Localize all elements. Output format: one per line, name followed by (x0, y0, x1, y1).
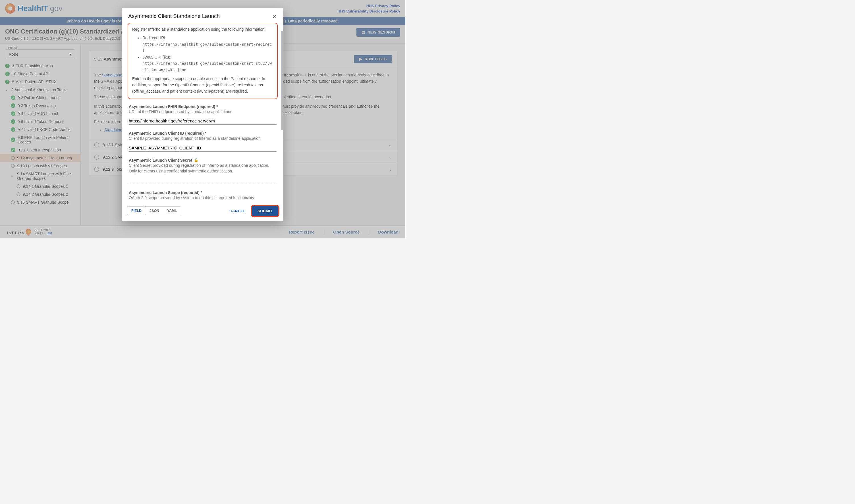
tab-field[interactable]: FIELD (127, 206, 146, 215)
secret-input[interactable] (129, 176, 277, 184)
scope-label: Asymmetric Launch Scope (required) * (129, 190, 277, 195)
redirect-label: Redirect URI: (142, 36, 166, 40)
scrollbar[interactable] (281, 31, 283, 130)
lock-icon: 🔒 (194, 158, 198, 162)
secret-help: Client Secret provided during registrati… (129, 163, 277, 174)
jwks-label: JWKS URI (jku): (142, 55, 172, 59)
modal-title: Asymmetric Client Standalone Launch (128, 13, 220, 19)
modal-overlay: Asymmetric Client Standalone Launch ✕ Re… (0, 0, 405, 238)
info-box: Register Inferno as a standalone applica… (128, 23, 278, 99)
endpoint-label: Asymmetric Launch FHIR Endpoint (require… (129, 104, 277, 109)
jwks-uri: https://inferno.healthit.gov/suites/cust… (142, 61, 272, 72)
tab-json[interactable]: JSON (145, 206, 163, 215)
format-tabs: FIELD JSON YAML (127, 206, 181, 215)
clientid-help: Client ID provided during registration o… (129, 136, 277, 142)
cancel-button[interactable]: CANCEL (226, 206, 250, 216)
redirect-uri: https://inferno.healthit.gov/suites/cust… (142, 42, 272, 53)
endpoint-help: URL of the FHIR endpoint used by standal… (129, 109, 277, 115)
tab-yaml[interactable]: YAML (163, 206, 181, 215)
scope-help: OAuth 2.0 scope provided by system to en… (129, 195, 277, 201)
clientid-input[interactable] (129, 144, 277, 152)
clientid-label: Asymmetric Launch Client ID (required) * (129, 131, 277, 136)
close-button[interactable]: ✕ (272, 13, 277, 20)
submit-button[interactable]: SUBMIT (252, 206, 278, 216)
modal: Asymmetric Client Standalone Launch ✕ Re… (122, 8, 283, 221)
secret-label: Asymmetric Launch Client Secret 🔒 (129, 158, 277, 162)
endpoint-input[interactable] (129, 117, 277, 125)
